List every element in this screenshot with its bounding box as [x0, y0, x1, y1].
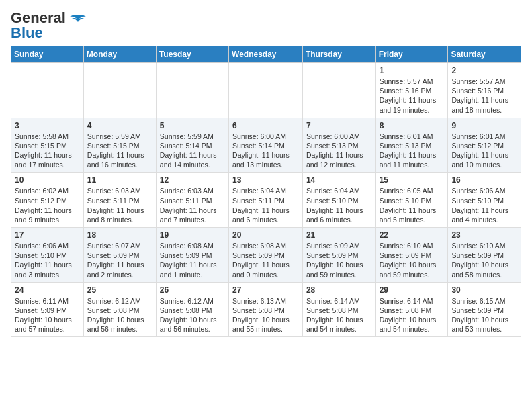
daylight-text: Daylight: 11 hours and 14 minutes. [160, 150, 225, 169]
daylight-text: Daylight: 11 hours and 2 minutes. [87, 260, 152, 279]
sunset-text: Sunset: 5:09 PM [87, 250, 152, 260]
sunrise-text: Sunrise: 6:00 AM [306, 132, 372, 141]
calendar-cell: 21Sunrise: 6:09 AMSunset: 5:09 PMDayligh… [302, 228, 375, 283]
calendar-cell: 12Sunrise: 6:03 AMSunset: 5:11 PMDayligh… [156, 173, 228, 228]
calendar-cell [11, 63, 84, 118]
sunrise-text: Sunrise: 6:01 AM [380, 132, 445, 141]
sunrise-text: Sunrise: 6:00 AM [232, 132, 299, 141]
daylight-text: Daylight: 11 hours and 6 minutes. [306, 205, 372, 224]
sunrise-text: Sunrise: 6:08 AM [232, 241, 299, 250]
calendar-cell: 13Sunrise: 6:04 AMSunset: 5:11 PMDayligh… [229, 173, 303, 228]
daylight-text: Daylight: 11 hours and 16 minutes. [87, 150, 152, 169]
daylight-text: Daylight: 11 hours and 9 minutes. [15, 205, 80, 224]
week-row-3: 10Sunrise: 6:02 AMSunset: 5:12 PMDayligh… [11, 173, 521, 228]
logo-text: GeneralBlue [11, 11, 66, 40]
sunset-text: Sunset: 5:16 PM [451, 86, 517, 95]
day-number: 15 [380, 175, 445, 185]
page-header: GeneralBlue [11, 11, 521, 40]
daylight-text: Daylight: 10 hours and 57 minutes. [15, 315, 80, 334]
sunrise-text: Sunrise: 6:08 AM [160, 241, 225, 250]
day-number: 24 [15, 285, 80, 295]
daylight-text: Daylight: 10 hours and 54 minutes. [380, 315, 445, 334]
sunset-text: Sunset: 5:13 PM [306, 141, 372, 150]
week-row-2: 3Sunrise: 5:58 AMSunset: 5:15 PMDaylight… [11, 118, 521, 173]
daylight-text: Daylight: 10 hours and 54 minutes. [306, 315, 372, 334]
weekday-header-wednesday: Wednesday [229, 46, 303, 63]
sunrise-text: Sunrise: 6:04 AM [306, 186, 372, 195]
daylight-text: Daylight: 10 hours and 53 minutes. [451, 315, 517, 334]
calendar-cell: 19Sunrise: 6:08 AMSunset: 5:09 PMDayligh… [156, 228, 228, 283]
day-number: 29 [380, 285, 445, 295]
sunrise-text: Sunrise: 6:06 AM [15, 241, 80, 250]
sunrise-text: Sunrise: 6:03 AM [87, 186, 152, 195]
day-number: 27 [232, 285, 299, 295]
sunset-text: Sunset: 5:12 PM [15, 196, 80, 205]
sunrise-text: Sunrise: 6:13 AM [232, 296, 299, 306]
daylight-text: Daylight: 10 hours and 59 minutes. [306, 260, 372, 279]
calendar-cell: 6Sunrise: 6:00 AMSunset: 5:14 PMDaylight… [229, 118, 303, 173]
day-number: 6 [232, 121, 299, 130]
sunrise-text: Sunrise: 5:59 AM [87, 132, 152, 141]
calendar-cell: 29Sunrise: 6:14 AMSunset: 5:08 PMDayligh… [375, 282, 448, 337]
sunset-text: Sunset: 5:08 PM [87, 306, 152, 315]
day-number: 2 [451, 66, 517, 75]
calendar-cell: 23Sunrise: 6:10 AMSunset: 5:09 PMDayligh… [448, 228, 521, 283]
calendar-cell: 18Sunrise: 6:07 AMSunset: 5:09 PMDayligh… [83, 228, 156, 283]
sunrise-text: Sunrise: 6:03 AM [160, 186, 225, 195]
day-number: 22 [380, 230, 445, 240]
day-number: 4 [87, 121, 152, 130]
day-number: 14 [306, 175, 372, 185]
sunrise-text: Sunrise: 5:57 AM [380, 77, 445, 86]
sunset-text: Sunset: 5:10 PM [451, 196, 517, 205]
weekday-header-monday: Monday [83, 46, 156, 63]
sunset-text: Sunset: 5:11 PM [160, 196, 225, 205]
day-number: 20 [232, 230, 299, 240]
weekday-header-saturday: Saturday [448, 46, 521, 63]
daylight-text: Daylight: 11 hours and 6 minutes. [232, 205, 299, 224]
calendar-cell: 10Sunrise: 6:02 AMSunset: 5:12 PMDayligh… [11, 173, 84, 228]
sunset-text: Sunset: 5:08 PM [232, 306, 299, 315]
daylight-text: Daylight: 10 hours and 59 minutes. [380, 260, 445, 279]
daylight-text: Daylight: 11 hours and 7 minutes. [160, 205, 225, 224]
day-number: 3 [15, 121, 80, 130]
sunrise-text: Sunrise: 5:58 AM [15, 132, 80, 141]
weekday-header-friday: Friday [375, 46, 448, 63]
day-number: 21 [306, 230, 372, 240]
sunset-text: Sunset: 5:15 PM [15, 141, 80, 150]
sunrise-text: Sunrise: 6:06 AM [451, 186, 517, 195]
daylight-text: Daylight: 11 hours and 18 minutes. [451, 95, 517, 114]
sunset-text: Sunset: 5:08 PM [306, 306, 372, 315]
sunrise-text: Sunrise: 6:09 AM [306, 241, 372, 250]
logo-bird-icon [69, 14, 87, 29]
day-number: 17 [15, 230, 80, 240]
sunrise-text: Sunrise: 6:10 AM [451, 241, 517, 250]
week-row-4: 17Sunrise: 6:06 AMSunset: 5:10 PMDayligh… [11, 228, 521, 283]
sunset-text: Sunset: 5:15 PM [87, 141, 152, 150]
day-number: 26 [160, 285, 225, 295]
sunset-text: Sunset: 5:09 PM [15, 306, 80, 315]
calendar-cell: 16Sunrise: 6:06 AMSunset: 5:10 PMDayligh… [448, 173, 521, 228]
day-number: 28 [306, 285, 372, 295]
daylight-text: Daylight: 11 hours and 13 minutes. [232, 150, 299, 169]
calendar-table: SundayMondayTuesdayWednesdayThursdayFrid… [11, 46, 521, 337]
daylight-text: Daylight: 11 hours and 17 minutes. [15, 150, 80, 169]
week-row-5: 24Sunrise: 6:11 AMSunset: 5:09 PMDayligh… [11, 282, 521, 337]
calendar-cell: 27Sunrise: 6:13 AMSunset: 5:08 PMDayligh… [229, 282, 303, 337]
sunset-text: Sunset: 5:14 PM [160, 141, 225, 150]
daylight-text: Daylight: 11 hours and 1 minute. [160, 260, 225, 279]
daylight-text: Daylight: 11 hours and 12 minutes. [306, 150, 372, 169]
day-number: 16 [451, 175, 517, 185]
sunset-text: Sunset: 5:09 PM [306, 250, 372, 260]
weekday-header-thursday: Thursday [302, 46, 375, 63]
calendar-cell: 14Sunrise: 6:04 AMSunset: 5:10 PMDayligh… [302, 173, 375, 228]
sunset-text: Sunset: 5:11 PM [87, 196, 152, 205]
day-number: 12 [160, 175, 225, 185]
daylight-text: Daylight: 11 hours and 8 minutes. [87, 205, 152, 224]
calendar-cell: 28Sunrise: 6:14 AMSunset: 5:08 PMDayligh… [302, 282, 375, 337]
day-number: 9 [451, 121, 517, 130]
day-number: 25 [87, 285, 152, 295]
calendar-cell: 20Sunrise: 6:08 AMSunset: 5:09 PMDayligh… [229, 228, 303, 283]
calendar-cell: 3Sunrise: 5:58 AMSunset: 5:15 PMDaylight… [11, 118, 84, 173]
logo-blue: Blue [11, 24, 43, 41]
sunrise-text: Sunrise: 6:12 AM [87, 296, 152, 306]
